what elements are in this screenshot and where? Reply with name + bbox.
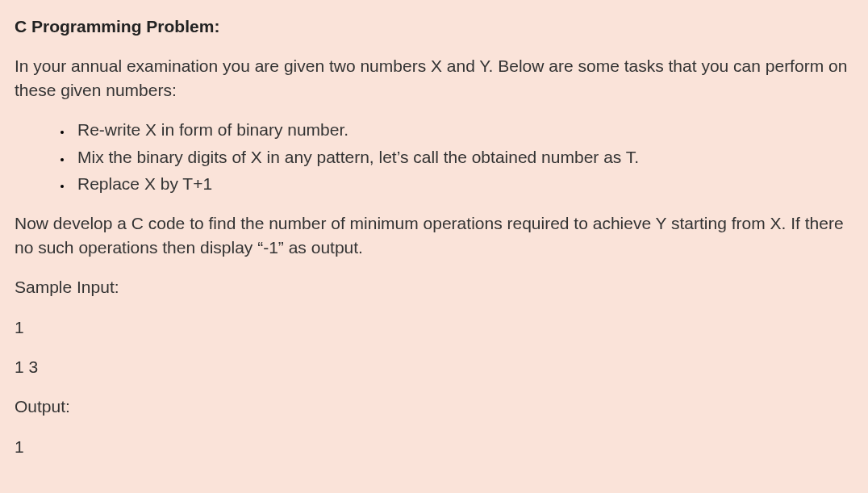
list-item: Replace X by T+1: [73, 172, 852, 195]
task-paragraph: Now develop a C code to find the number …: [15, 211, 852, 259]
list-item: Re-write X in form of binary number.: [73, 118, 852, 141]
problem-title: C Programming Problem:: [15, 15, 852, 38]
sample-input-label: Sample Input:: [15, 275, 852, 299]
intro-paragraph: In your annual examination you are given…: [15, 54, 852, 102]
output-label: Output:: [15, 395, 852, 418]
sample-input-line: 1 3: [15, 355, 852, 378]
output-line: 1: [15, 435, 852, 458]
sample-input-line: 1: [15, 315, 852, 339]
list-item: Mix the binary digits of X in any patter…: [73, 145, 852, 169]
tasks-list: Re-write X in form of binary number. Mix…: [15, 118, 852, 195]
